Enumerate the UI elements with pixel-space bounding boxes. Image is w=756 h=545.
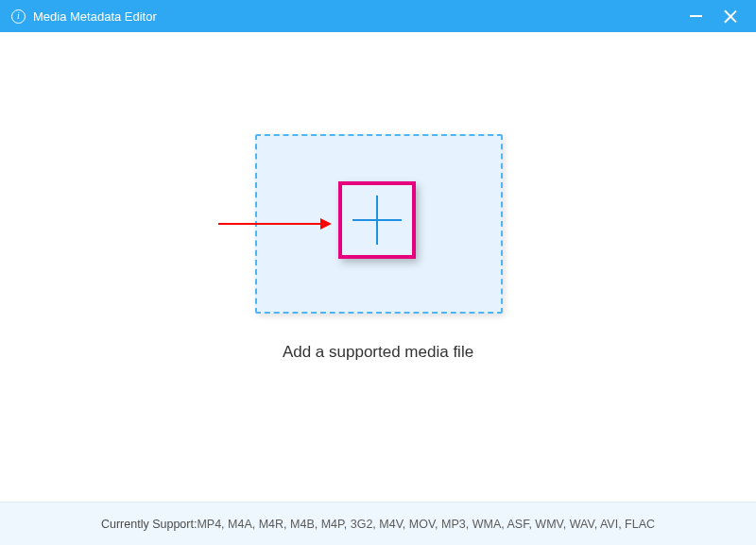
supported-formats: MP4, M4A, M4R, M4B, M4P, 3G2, M4V, MOV, … bbox=[197, 518, 655, 531]
info-icon: i bbox=[11, 9, 26, 24]
close-icon bbox=[723, 9, 737, 24]
plus-icon bbox=[352, 196, 402, 245]
info-icon-glyph: i bbox=[17, 11, 20, 21]
footer-label: Currently Support: bbox=[101, 518, 197, 531]
footer: Currently Support: MP4, M4A, M4R, M4B, M… bbox=[0, 502, 756, 545]
window-title: Media Metadata Editor bbox=[33, 9, 157, 24]
add-file-button[interactable] bbox=[338, 181, 416, 259]
minimize-button[interactable] bbox=[679, 0, 713, 32]
instruction-text: Add a supported media file bbox=[0, 343, 756, 362]
titlebar: i Media Metadata Editor bbox=[0, 0, 756, 32]
main-area: Add a supported media file bbox=[0, 32, 756, 502]
close-button[interactable] bbox=[713, 0, 747, 32]
minimize-icon bbox=[690, 15, 702, 17]
